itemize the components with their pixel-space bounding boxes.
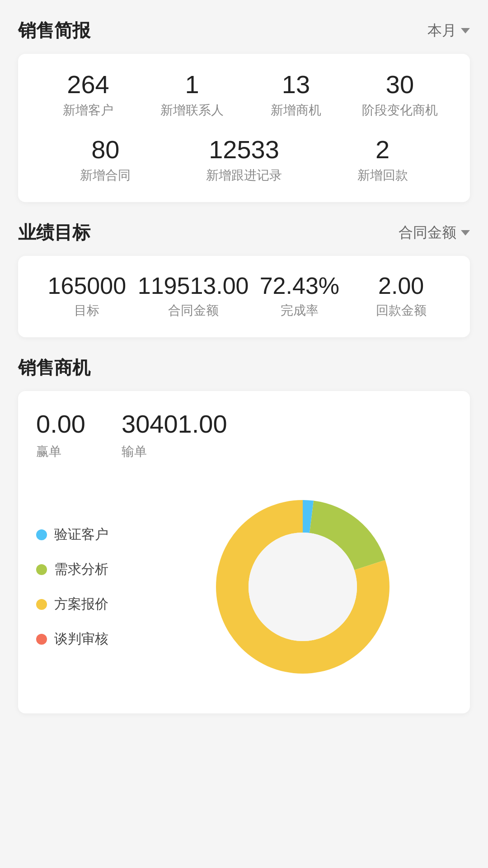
legend-dot (36, 529, 47, 540)
stats-row1: 264 新增客户 1 新增联系人 13 新增商机 30 阶段变化商机 (36, 72, 452, 119)
chart-area: 验证客户 需求分析 方案报价 谈判审核 (36, 478, 452, 695)
sales-brief-card: 264 新增客户 1 新增联系人 13 新增商机 30 阶段变化商机 80 新增… (18, 54, 470, 202)
stat-label: 新增回款 (357, 167, 408, 184)
stat-value: 1 (185, 72, 199, 97)
perf-value: 165000 (48, 274, 127, 297)
win-item: 0.00 赢单 (36, 409, 85, 460)
sales-brief-filter[interactable]: 本月 (427, 21, 470, 41)
stat-item: 30 阶段变化商机 (348, 72, 452, 119)
perf-item: 119513.00 合同金额 (138, 274, 249, 319)
stat-item: 80 新增合同 (36, 137, 175, 184)
performance-grid: 165000 目标 119513.00 合同金额 72.43% 完成率 2.00… (36, 274, 452, 319)
donut-chart (194, 478, 411, 695)
stat-item: 264 新增客户 (36, 72, 140, 119)
perf-value: 119513.00 (138, 274, 249, 297)
loss-item: 30401.00 输单 (122, 409, 227, 460)
stat-value: 13 (282, 72, 310, 97)
legend-item: 需求分析 (36, 560, 136, 579)
win-label: 赢单 (36, 443, 61, 460)
donut-wrapper (154, 478, 452, 695)
perf-label: 完成率 (281, 302, 319, 319)
legend-item: 验证客户 (36, 525, 136, 544)
chevron-down-icon (461, 28, 470, 33)
performance-title: 业绩目标 (18, 220, 90, 245)
performance-filter[interactable]: 合同金额 (399, 223, 470, 243)
sales-brief-header: 销售简报 本月 (18, 18, 470, 43)
legend-label: 验证客户 (54, 525, 108, 544)
stat-item: 1 新增联系人 (140, 72, 244, 119)
legend-dot (36, 634, 47, 645)
legend-label: 方案报价 (54, 595, 108, 613)
stats-row2: 80 新增合同 12533 新增跟进记录 2 新增回款 (36, 137, 452, 184)
perf-label: 合同金额 (168, 302, 219, 319)
sales-brief-title: 销售简报 (18, 18, 90, 43)
legend-item: 谈判审核 (36, 630, 136, 648)
stat-value: 2 (375, 137, 389, 162)
perf-label: 目标 (74, 302, 99, 319)
stat-label: 阶段变化商机 (362, 102, 438, 119)
opportunity-card: 0.00 赢单 30401.00 输单 验证客户 需求分析 方案报价 谈判审核 (18, 391, 470, 713)
legend-label: 谈判审核 (54, 630, 108, 648)
chevron-down-icon (461, 230, 470, 236)
loss-label: 输单 (122, 443, 147, 460)
performance-header: 业绩目标 合同金额 (18, 220, 470, 245)
stat-value: 30 (386, 72, 414, 97)
perf-label: 回款金额 (376, 302, 427, 319)
page: 销售简报 本月 264 新增客户 1 新增联系人 13 新增商机 30 阶段变化… (0, 0, 488, 750)
legend-label: 需求分析 (54, 560, 108, 579)
win-value: 0.00 (36, 409, 85, 439)
perf-value: 2.00 (378, 274, 424, 297)
legend-item: 方案报价 (36, 595, 136, 613)
stat-value: 264 (67, 72, 109, 97)
loss-value: 30401.00 (122, 409, 227, 439)
stat-label: 新增联系人 (160, 102, 224, 119)
perf-item: 2.00 回款金额 (350, 274, 452, 319)
perf-item: 72.43% 完成率 (249, 274, 351, 319)
stat-label: 新增跟进记录 (206, 167, 282, 184)
stat-value: 12533 (209, 137, 279, 162)
performance-card: 165000 目标 119513.00 合同金额 72.43% 完成率 2.00… (18, 256, 470, 337)
stat-item: 12533 新增跟进记录 (175, 137, 314, 184)
donut-center (249, 533, 357, 641)
stat-label: 新增合同 (80, 167, 131, 184)
stat-item: 13 新增商机 (244, 72, 348, 119)
legend-dot (36, 564, 47, 575)
perf-value: 72.43% (260, 274, 339, 297)
legend-dot (36, 599, 47, 610)
opportunity-title: 销售商机 (18, 355, 90, 380)
opportunity-top: 0.00 赢单 30401.00 输单 (36, 409, 452, 460)
stat-item: 2 新增回款 (313, 137, 452, 184)
stat-label: 新增商机 (271, 102, 321, 119)
stat-value: 80 (91, 137, 119, 162)
opportunity-header: 销售商机 (18, 355, 470, 380)
legend: 验证客户 需求分析 方案报价 谈判审核 (36, 525, 136, 648)
stat-label: 新增客户 (63, 102, 113, 119)
perf-item: 165000 目标 (36, 274, 138, 319)
